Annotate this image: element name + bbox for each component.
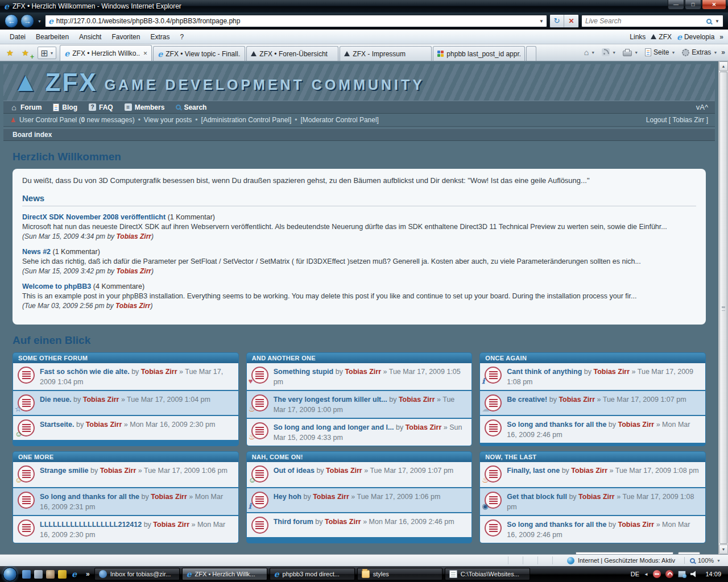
link-developia[interactable]: e Developia — [677, 33, 714, 41]
refresh-button[interactable]: ↻ — [550, 15, 564, 27]
tab-view-topic[interactable]: e ZFX • View topic - Finall... — [153, 46, 245, 61]
forward-button[interactable]: → — [20, 14, 34, 28]
topic-author-link[interactable]: Tobias Zirr — [86, 421, 122, 429]
links-overflow-icon[interactable]: » — [719, 33, 723, 41]
nav-faq[interactable]: ? FAQ — [89, 103, 113, 111]
view-posts-link[interactable]: View your posts — [144, 116, 192, 124]
taskbar-button-websites[interactable]: C:\Tobias\Websites... — [445, 568, 530, 580]
forum-title[interactable]: AND ANOTHER ONE — [247, 353, 472, 363]
forum-title[interactable]: ONCE AGAIN — [480, 353, 705, 363]
nav-search[interactable]: Search — [176, 103, 206, 111]
forum-title[interactable]: ONE MORE — [13, 452, 238, 462]
topic-title-link[interactable]: Get that block full — [507, 493, 567, 501]
command-overflow-icon[interactable]: » — [721, 48, 725, 56]
tab-impressum[interactable]: ZFX - Impressum — [340, 46, 432, 61]
network-icon[interactable] — [678, 571, 686, 577]
tab-foren-uebersicht[interactable]: ZFX • Foren-Übersicht — [246, 46, 338, 61]
tab-phpbb-search[interactable]: phpbb last_post_id appr... — [433, 46, 525, 61]
ie-quick-launch-icon[interactable]: e — [70, 570, 78, 579]
new-tab-button[interactable] — [526, 46, 536, 61]
taskbar-clock[interactable]: 14:09 — [702, 571, 721, 577]
topic-author-link[interactable]: Tobias Zirr — [406, 423, 442, 431]
author-link[interactable]: Tobias Zirr — [116, 232, 151, 240]
favorites-center-button[interactable]: ★ — [3, 46, 17, 60]
menu-extras[interactable]: Extras — [145, 31, 175, 43]
topic-title-link[interactable]: So long and thanks for all the — [507, 421, 606, 429]
page-menu-button[interactable]: Seite ▼ — [642, 47, 678, 57]
taskbar-button-zfx[interactable]: e ZFX • Herzlich Willk... — [182, 568, 267, 580]
news-title-link[interactable]: News #2 — [22, 248, 51, 256]
topic-author-link[interactable]: Tobias Zirr — [618, 421, 655, 429]
breadcrumb[interactable]: Board index — [3, 128, 715, 141]
live-search-box[interactable]: ▼ — [581, 15, 723, 27]
quick-launch-overflow-icon[interactable]: » — [86, 570, 90, 578]
recent-pages-dropdown-icon[interactable]: ▼ — [36, 19, 43, 23]
author-link[interactable]: Tobias Zirr — [116, 267, 151, 275]
language-indicator[interactable]: DE — [631, 571, 639, 577]
tools-menu-button[interactable]: Extras ▼ — [679, 47, 720, 57]
address-dropdown-icon[interactable]: ▼ — [539, 19, 544, 24]
font-size-widget[interactable]: vA^ — [696, 103, 708, 111]
menu-help[interactable]: ? — [175, 31, 189, 43]
quick-launch-app-icon[interactable] — [58, 570, 67, 579]
menu-datei[interactable]: Datei — [5, 31, 31, 43]
menu-favoriten[interactable]: Favoriten — [106, 31, 145, 43]
topic-author-link[interactable]: Tobias Zirr — [151, 493, 187, 501]
tray-icon[interactable] — [653, 570, 661, 578]
topic-title-link[interactable]: Hey hoh — [274, 493, 301, 501]
address-input[interactable] — [56, 17, 536, 25]
topic-author-link[interactable]: Tobias Zirr — [571, 467, 607, 475]
topic-title-link[interactable]: Third forum — [274, 518, 313, 526]
topic-title-link[interactable]: So long and thanks for all the — [40, 493, 139, 501]
tab-list-dropdown-icon[interactable]: ▼ — [49, 51, 53, 55]
zoom-dropdown-icon[interactable]: ▼ — [717, 559, 721, 563]
topic-title-link[interactable]: Startseite. — [40, 421, 74, 429]
topic-author-link[interactable]: Tobias Zirr — [326, 467, 362, 475]
menu-bearbeiten[interactable]: Bearbeiten — [31, 31, 74, 43]
maximize-button[interactable]: □ — [685, 0, 701, 10]
zoom-control[interactable]: 100% ▼ — [684, 557, 726, 564]
nav-members[interactable]: ≡ Members — [125, 103, 165, 111]
mcp-link[interactable]: [Moderator Control Panel] — [301, 116, 379, 124]
scroll-up-icon[interactable]: ▲ — [719, 61, 728, 71]
nav-forum[interactable]: ⌂ Forum — [10, 103, 42, 111]
author-link[interactable]: Tobias Zirr — [115, 302, 151, 310]
topic-author-link[interactable]: Tobias Zirr — [313, 493, 349, 501]
acp-link[interactable]: [Administration Control Panel] — [201, 116, 292, 124]
close-button[interactable]: ✕ — [702, 0, 726, 10]
news-title-link[interactable]: DirectX SDK November 2008 veröffentlicht — [22, 213, 166, 221]
start-button[interactable] — [3, 567, 17, 581]
topic-author-link[interactable]: Tobias Zirr — [593, 368, 630, 376]
topic-title-link[interactable]: Something stupid — [274, 368, 334, 376]
topic-author-link[interactable]: Tobias Zirr — [100, 467, 136, 475]
topic-title-link[interactable]: Finally, last one — [507, 467, 560, 475]
stop-button[interactable]: ✕ — [564, 15, 578, 27]
site-logo-text[interactable]: ZFX — [46, 70, 98, 95]
topic-author-link[interactable]: Tobias Zirr — [153, 521, 189, 529]
back-button[interactable]: ← — [5, 14, 18, 28]
topic-title-link[interactable]: Fast so schön wie die alte. — [40, 368, 130, 376]
link-zfx[interactable]: ZFX — [651, 33, 672, 41]
forum-title[interactable]: NAH, COME ON! — [247, 452, 472, 462]
topic-title-link[interactable]: Strange smilie — [40, 467, 88, 475]
show-desktop-icon[interactable] — [34, 570, 43, 579]
topic-title-link[interactable]: Be creative! — [507, 396, 547, 404]
taskbar-button-phpbb3[interactable]: e phpbb3 mod direct... — [270, 568, 355, 580]
search-input[interactable] — [585, 17, 703, 25]
tab-close-icon[interactable]: ✕ — [143, 51, 148, 56]
taskbar-button-inbox[interactable]: Inbox for tobias@zir... — [94, 568, 180, 580]
taskbar-button-styles[interactable]: styles — [357, 568, 442, 580]
jump-to-select[interactable]: Select a forum — [576, 552, 673, 554]
quick-tabs-button[interactable]: ⊞ ▼ — [38, 47, 56, 59]
volume-icon[interactable] — [690, 571, 697, 577]
search-icon[interactable] — [706, 19, 712, 24]
tray-expand-icon[interactable]: ◄ — [644, 572, 648, 577]
tray-icon[interactable] — [665, 570, 673, 578]
topic-title-link[interactable]: Out of ideas — [274, 467, 315, 475]
search-dropdown-icon[interactable]: ▼ — [715, 19, 719, 24]
scrollbar-thumb[interactable] — [719, 72, 727, 544]
go-button[interactable]: Go — [678, 552, 700, 554]
topic-title-link[interactable]: So long and long and longer and l... — [274, 423, 394, 431]
topic-title-link[interactable]: LLLLLLLLLLLLLLLLLL212412 — [40, 521, 142, 529]
topic-title-link[interactable]: The very longest forum killer ult... — [274, 396, 387, 404]
